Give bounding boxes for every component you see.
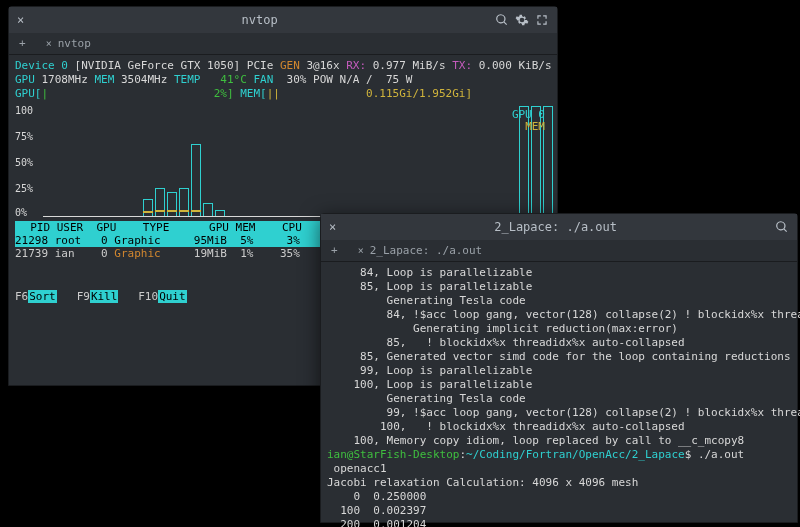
device-line: Device 0 [NVIDIA GeForce GTX 1050] PCIe … xyxy=(15,59,551,73)
ylabel-100: 100 xyxy=(15,105,33,116)
close-icon[interactable]: × xyxy=(17,13,24,27)
tab-lapace[interactable]: × 2_Lapace: ./a.out xyxy=(348,242,493,259)
fullscreen-icon[interactable] xyxy=(535,13,549,27)
compiler-output-line: 84, !$acc loop gang, vector(128) collaps… xyxy=(327,308,791,322)
plot-mem-dash xyxy=(155,210,165,212)
search-icon[interactable] xyxy=(775,220,789,234)
ylabel-50: 50% xyxy=(15,157,33,168)
plot-bar xyxy=(191,144,201,216)
tab-label: nvtop xyxy=(58,37,91,50)
program-output-line: 100 0.002397 xyxy=(327,504,791,518)
lapace-window: × 2_Lapace: ./a.out + × 2_Lapace: ./a.ou… xyxy=(320,213,798,523)
f6-label[interactable]: Sort xyxy=(28,290,57,303)
compiler-output-line: 99, Loop is parallelizable xyxy=(327,364,791,378)
search-icon[interactable] xyxy=(495,13,509,27)
lapace-body[interactable]: 84, Loop is parallelizable 85, Loop is p… xyxy=(321,262,797,527)
compiler-output-line: Generating Tesla code xyxy=(327,294,791,308)
compiler-output-line: 85, Generated vector simd code for the l… xyxy=(327,350,791,364)
compiler-output-line: 85, ! blockidx%x threadidx%x auto-collap… xyxy=(327,336,791,350)
plot-mem-dash xyxy=(143,211,153,213)
program-output-line: openacc1 xyxy=(327,462,791,476)
f10-label[interactable]: Quit xyxy=(158,290,187,303)
plot-bar xyxy=(215,210,225,216)
compiler-output-line: 99, !$acc loop gang, vector(128) collaps… xyxy=(327,406,791,420)
program-output-line: 200 0.001204 xyxy=(327,518,791,527)
compiler-output-line: Generating Tesla code xyxy=(327,392,791,406)
plot-bar xyxy=(203,203,213,216)
plot-mem-dash xyxy=(179,210,189,212)
usage-plot: 100 75% 50% 25% 0% GPU 0 MEM xyxy=(43,107,547,217)
gpu-bar: GPU[| 2%] MEM[|| 0.115Gi/1.952Gi] xyxy=(15,87,551,101)
command-text: ./a.out xyxy=(698,448,744,461)
tab-nvtop[interactable]: × nvtop xyxy=(36,35,101,52)
tab-label: 2_Lapace: ./a.out xyxy=(370,244,483,257)
tab-close-icon[interactable]: × xyxy=(358,245,364,256)
new-tab-button[interactable]: + xyxy=(13,37,32,50)
ylabel-75: 75% xyxy=(15,131,33,142)
window-title: nvtop xyxy=(30,13,489,27)
ylabel-0: 0% xyxy=(15,207,27,218)
compiler-output-line: 100, Memory copy idiom, loop replaced by… xyxy=(327,434,791,448)
lapace-tabbar: + × 2_Lapace: ./a.out xyxy=(321,240,797,262)
f6-key[interactable]: F6 xyxy=(15,290,28,303)
plot-bar xyxy=(143,199,153,216)
tab-close-icon[interactable]: × xyxy=(46,38,52,49)
program-output-line: Jacobi relaxation Calculation: 4096 x 40… xyxy=(327,476,791,490)
f10-key[interactable]: F10 xyxy=(138,290,158,303)
window-title: 2_Lapace: ./a.out xyxy=(342,220,769,234)
compiler-output-line: 84, Loop is parallelizable xyxy=(327,266,791,280)
compiler-output-line: 100, Loop is parallelizable xyxy=(327,378,791,392)
plot-mem-dash xyxy=(191,210,201,212)
f9-key[interactable]: F9 xyxy=(77,290,90,303)
compiler-output-line: 100, ! blockidx%x threadidx%x auto-colla… xyxy=(327,420,791,434)
close-icon[interactable]: × xyxy=(329,220,336,234)
stat-line: GPU 1708MHz MEM 3504MHz TEMP 41°C FAN 30… xyxy=(15,73,551,87)
plot-legend: GPU 0 MEM xyxy=(512,109,545,133)
nvtop-tabbar: + × nvtop xyxy=(9,33,557,55)
gear-icon[interactable] xyxy=(515,13,529,27)
nvtop-titlebar[interactable]: × nvtop xyxy=(9,7,557,33)
new-tab-button[interactable]: + xyxy=(325,244,344,257)
compiler-output-line: 85, Loop is parallelizable xyxy=(327,280,791,294)
legend-mem: MEM xyxy=(512,121,545,133)
plot-bar xyxy=(167,192,177,216)
program-output-line: 0 0.250000 xyxy=(327,490,791,504)
lapace-titlebar[interactable]: × 2_Lapace: ./a.out xyxy=(321,214,797,240)
compiler-output-line: Generating implicit reduction(max:error) xyxy=(327,322,791,336)
ylabel-25: 25% xyxy=(15,183,33,194)
prompt-line: ian@StarFish-Desktop:~/Coding/Fortran/Op… xyxy=(327,448,791,462)
plot-mem-dash xyxy=(167,210,177,212)
f9-label[interactable]: Kill xyxy=(90,290,119,303)
